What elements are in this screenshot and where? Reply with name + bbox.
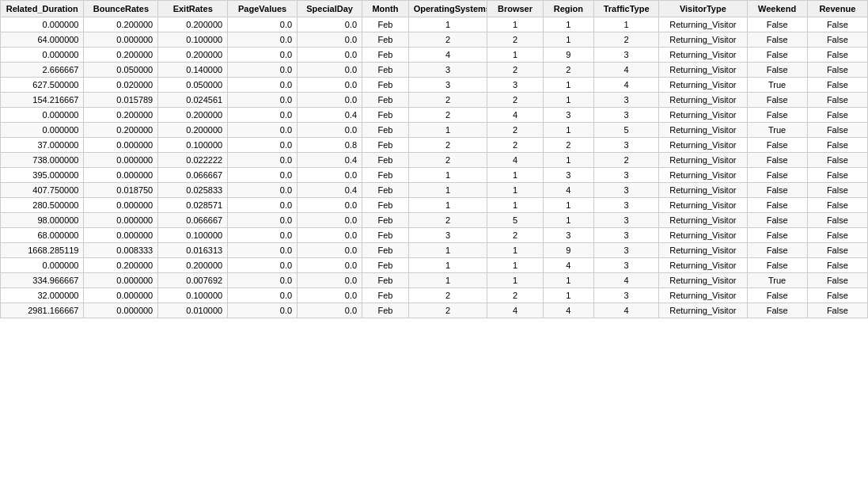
table-cell: 0.0 bbox=[298, 258, 362, 273]
table-cell: False bbox=[807, 48, 867, 63]
table-row: 738.0000000.0000000.0222220.00.4Feb2412R… bbox=[1, 153, 868, 168]
table-cell: False bbox=[807, 17, 867, 32]
table-cell: 3 bbox=[594, 228, 659, 243]
table-cell: Returning_Visitor bbox=[659, 213, 747, 228]
table-cell: True bbox=[747, 273, 807, 288]
table-cell: 2 bbox=[487, 288, 543, 303]
table-cell: Returning_Visitor bbox=[659, 183, 747, 198]
table-cell: 0.0 bbox=[298, 198, 362, 213]
table-cell: 0.0 bbox=[298, 273, 362, 288]
table-cell: 407.750000 bbox=[1, 183, 84, 198]
table-row: 32.0000000.0000000.1000000.00.0Feb2213Re… bbox=[1, 288, 868, 303]
table-cell: False bbox=[807, 303, 867, 318]
table-cell: 0.0 bbox=[228, 17, 298, 32]
table-row: 2981.1666670.0000000.0100000.00.0Feb2444… bbox=[1, 303, 868, 318]
table-cell: 4 bbox=[543, 183, 593, 198]
column-header-region: Region bbox=[543, 1, 593, 17]
data-table: Related_DurationBounceRatesExitRatesPage… bbox=[0, 0, 868, 318]
table-cell: 3 bbox=[543, 168, 593, 183]
table-cell: 3 bbox=[594, 138, 659, 153]
table-cell: 98.000000 bbox=[1, 213, 84, 228]
table-cell: Feb bbox=[362, 138, 409, 153]
table-cell: False bbox=[747, 258, 807, 273]
table-cell: False bbox=[747, 153, 807, 168]
table-cell: 738.000000 bbox=[1, 153, 84, 168]
table-cell: 2 bbox=[408, 303, 487, 318]
table-row: 0.0000000.2000000.2000000.00.4Feb2433Ret… bbox=[1, 108, 868, 123]
table-cell: 0.000000 bbox=[1, 108, 84, 123]
table-cell: 0.0 bbox=[228, 273, 298, 288]
table-cell: 0.0 bbox=[298, 78, 362, 93]
table-cell: 0.000000 bbox=[84, 138, 158, 153]
table-cell: 0.000000 bbox=[1, 48, 84, 63]
table-cell: 4 bbox=[594, 273, 659, 288]
table-cell: Returning_Visitor bbox=[659, 78, 747, 93]
table-cell: False bbox=[807, 168, 867, 183]
table-cell: 0.0 bbox=[298, 17, 362, 32]
table-cell: 4 bbox=[487, 153, 543, 168]
table-cell: 0.8 bbox=[298, 138, 362, 153]
table-cell: 0.0 bbox=[298, 123, 362, 138]
table-cell: False bbox=[747, 108, 807, 123]
table-cell: 2 bbox=[408, 153, 487, 168]
table-cell: False bbox=[747, 138, 807, 153]
table-cell: 1 bbox=[543, 123, 593, 138]
table-cell: 0.066667 bbox=[158, 168, 228, 183]
table-cell: Feb bbox=[362, 198, 409, 213]
table-cell: 2 bbox=[408, 93, 487, 108]
table-row: 0.0000000.2000000.2000000.00.0Feb1215Ret… bbox=[1, 123, 868, 138]
table-cell: 5 bbox=[594, 123, 659, 138]
table-cell: 0.000000 bbox=[84, 153, 158, 168]
table-cell: False bbox=[807, 123, 867, 138]
table-cell: 0.4 bbox=[298, 108, 362, 123]
table-cell: 0.0 bbox=[228, 288, 298, 303]
column-header-exitrates: ExitRates bbox=[158, 1, 228, 17]
table-cell: 0.000000 bbox=[84, 303, 158, 318]
table-cell: Feb bbox=[362, 228, 409, 243]
table-cell: Returning_Visitor bbox=[659, 228, 747, 243]
column-header-traffictype: TrafficType bbox=[594, 1, 659, 17]
table-cell: 1 bbox=[543, 288, 593, 303]
table-cell: Returning_Visitor bbox=[659, 123, 747, 138]
table-cell: 2.666667 bbox=[1, 63, 84, 78]
table-cell: 9 bbox=[543, 243, 593, 258]
table-cell: False bbox=[747, 213, 807, 228]
table-cell: 0.200000 bbox=[158, 108, 228, 123]
table-row: 37.0000000.0000000.1000000.00.8Feb2223Re… bbox=[1, 138, 868, 153]
table-cell: False bbox=[807, 273, 867, 288]
column-header-related_duration: Related_Duration bbox=[1, 1, 84, 17]
table-cell: 1 bbox=[408, 273, 487, 288]
table-cell: Feb bbox=[362, 78, 409, 93]
table-cell: 0.0 bbox=[228, 243, 298, 258]
table-cell: 0.000000 bbox=[1, 123, 84, 138]
table-cell: Feb bbox=[362, 93, 409, 108]
table-cell: 0.0 bbox=[228, 168, 298, 183]
table-row: 0.0000000.2000000.2000000.00.0Feb1143Ret… bbox=[1, 258, 868, 273]
table-cell: 0.0 bbox=[228, 48, 298, 63]
table-row: 334.9666670.0000000.0076920.00.0Feb1114R… bbox=[1, 273, 868, 288]
table-cell: 9 bbox=[543, 48, 593, 63]
table-cell: False bbox=[807, 243, 867, 258]
table-cell: 2 bbox=[594, 32, 659, 48]
table-cell: 0.0 bbox=[228, 32, 298, 48]
table-cell: Feb bbox=[362, 32, 409, 48]
table-cell: 0.0 bbox=[298, 48, 362, 63]
table-cell: 0.025833 bbox=[158, 183, 228, 198]
table-cell: Returning_Visitor bbox=[659, 258, 747, 273]
table-cell: Returning_Visitor bbox=[659, 243, 747, 258]
table-cell: 2 bbox=[408, 32, 487, 48]
table-cell: True bbox=[747, 123, 807, 138]
column-header-visitortype: VisitorType bbox=[659, 1, 747, 17]
table-cell: 0.200000 bbox=[158, 258, 228, 273]
table-cell: 0.0 bbox=[228, 123, 298, 138]
table-cell: 1 bbox=[408, 17, 487, 32]
table-cell: 3 bbox=[543, 228, 593, 243]
table-cell: 2981.166667 bbox=[1, 303, 84, 318]
table-cell: True bbox=[747, 78, 807, 93]
table-cell: 0.0 bbox=[298, 228, 362, 243]
table-cell: Returning_Visitor bbox=[659, 32, 747, 48]
table-cell: Feb bbox=[362, 303, 409, 318]
table-cell: Feb bbox=[362, 273, 409, 288]
table-cell: False bbox=[747, 93, 807, 108]
table-cell: False bbox=[807, 288, 867, 303]
